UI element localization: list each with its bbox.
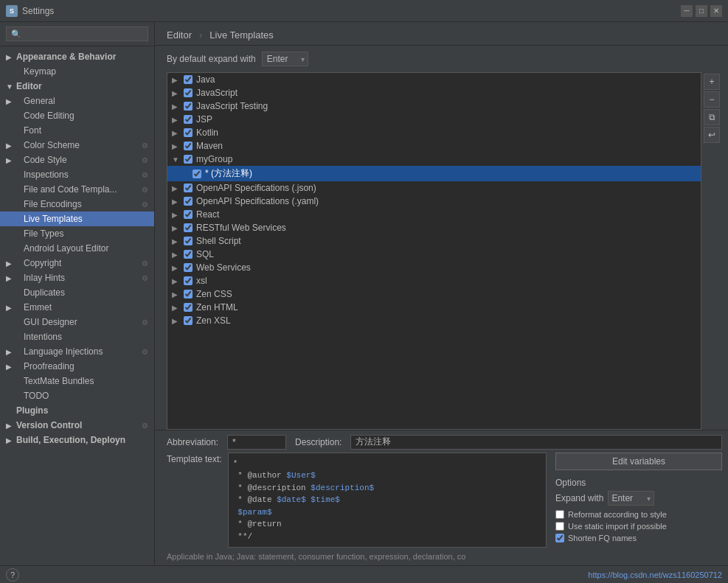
list-item[interactable]: ▶ SQL <box>167 248 701 261</box>
list-item[interactable]: ▶ RESTful Web Services <box>167 221 701 234</box>
list-item[interactable]: ▶ Kotlin <box>167 126 701 139</box>
sidebar-item-editor[interactable]: ▼ Editor <box>0 79 154 94</box>
search-input[interactable] <box>6 27 148 41</box>
sidebar-item-version-control[interactable]: ▶ Version Control ⚙ <box>0 418 154 433</box>
sidebar-item-language-injections[interactable]: ▶ Language Injections ⚙ <box>0 344 154 359</box>
arrow-icon: ▶ <box>6 436 13 444</box>
item-checkbox[interactable] <box>184 263 193 272</box>
sidebar-item-label: Editor <box>16 81 42 91</box>
description-label: Description: <box>295 437 342 447</box>
item-checkbox[interactable] <box>184 303 193 312</box>
item-checkbox[interactable] <box>184 197 193 206</box>
list-item[interactable]: ▶ React <box>167 208 701 221</box>
sidebar-search-area <box>0 22 154 46</box>
list-item[interactable]: ▶ Web Services <box>167 261 701 274</box>
item-checkbox[interactable] <box>184 128 193 137</box>
list-item[interactable]: ▶ Zen CSS <box>167 287 701 301</box>
item-checkbox[interactable] <box>184 210 193 219</box>
list-item[interactable]: ▶ xsl <box>167 274 701 287</box>
item-checkbox[interactable] <box>184 115 193 124</box>
sidebar-item-file-templates[interactable]: File and Code Templa... ⚙ <box>0 182 154 197</box>
sidebar-item-gui-designer[interactable]: GUI Designer ⚙ <box>0 315 154 329</box>
sidebar-item-inlay-hints[interactable]: ▶ Inlay Hints ⚙ <box>0 270 154 285</box>
description-input[interactable] <box>350 435 722 450</box>
reformat-checkbox[interactable] <box>555 510 564 519</box>
maximize-button[interactable]: □ <box>696 5 707 17</box>
options-expand-select[interactable]: Enter Tab Space Default <box>608 491 654 506</box>
sidebar-item-file-types[interactable]: File Types <box>0 226 154 241</box>
item-checkbox[interactable] <box>184 250 193 259</box>
list-item[interactable]: ▶ JavaScript Testing <box>167 100 701 113</box>
arrow-icon: ▶ <box>6 53 13 61</box>
list-item[interactable]: ▶ OpenAPI Specifications (.json) <box>167 181 701 195</box>
settings-icon: ⚙ <box>142 156 148 164</box>
sidebar-item-inspections[interactable]: Inspections ⚙ <box>0 167 154 182</box>
list-item[interactable]: ▶ Maven <box>167 139 701 153</box>
sidebar-item-general[interactable]: ▶ General <box>0 94 154 108</box>
arrow-icon: ▶ <box>6 348 13 356</box>
sidebar-item-duplicates[interactable]: Duplicates <box>0 285 154 300</box>
item-label: * (方法注释) <box>205 167 252 180</box>
minimize-button[interactable]: ─ <box>681 5 693 17</box>
sidebar-item-appearance[interactable]: ▶ Appearance & Behavior <box>0 49 154 64</box>
item-checkbox[interactable] <box>184 75 193 84</box>
item-checkbox[interactable] <box>184 102 193 111</box>
sidebar-item-android-layout[interactable]: Android Layout Editor <box>0 241 154 256</box>
list-item[interactable]: ▶ JavaScript <box>167 86 701 100</box>
item-checkbox[interactable] <box>193 170 201 178</box>
item-checkbox[interactable] <box>184 237 193 245</box>
template-list-wrapper: ▶ Java ▶ JavaScript ▶ JavaScript <box>167 72 701 430</box>
sidebar-item-keymap[interactable]: Keymap <box>0 64 154 79</box>
copy-button[interactable]: ⧉ <box>704 109 720 125</box>
list-item[interactable]: ▶ Java <box>167 73 701 86</box>
expand-with-select[interactable]: Enter Tab Space <box>262 52 308 66</box>
list-item[interactable]: ▶ JSP <box>167 113 701 126</box>
revert-button[interactable]: ↩ <box>704 127 720 143</box>
sidebar-item-todo[interactable]: TODO <box>0 388 154 403</box>
list-item[interactable]: ▶ OpenAPI Specifications (.yaml) <box>167 195 701 208</box>
static-import-checkbox[interactable] <box>555 522 564 531</box>
item-checkbox[interactable] <box>184 290 193 299</box>
edit-variables-button[interactable]: Edit variables <box>555 453 722 470</box>
sidebar-item-label: Build, Execution, Deployn <box>16 435 125 445</box>
sidebar-item-code-style[interactable]: ▶ Code Style ⚙ <box>0 153 154 167</box>
template-editor[interactable]: * * @author $User$ * @description $descr… <box>228 453 547 548</box>
item-checkbox[interactable] <box>184 223 193 232</box>
item-checkbox[interactable] <box>184 276 193 285</box>
abbreviation-input[interactable] <box>227 435 286 450</box>
sidebar-item-file-encodings[interactable]: File Encodings ⚙ <box>0 197 154 212</box>
window-title: Settings <box>22 6 681 16</box>
sidebar-item-copyright[interactable]: ▶ Copyright ⚙ <box>0 256 154 270</box>
sidebar-item-color-scheme[interactable]: ▶ Color Scheme ⚙ <box>0 138 154 153</box>
list-item-selected[interactable]: * (方法注释) <box>167 166 701 181</box>
item-label: RESTful Web Services <box>196 223 286 233</box>
sidebar-item-code-editing[interactable]: Code Editing <box>0 108 154 123</box>
item-checkbox[interactable] <box>184 316 193 325</box>
item-checkbox[interactable] <box>184 184 193 192</box>
list-item[interactable]: ▶ Zen XSL <box>167 314 701 327</box>
item-checkbox[interactable] <box>184 155 193 164</box>
template-list[interactable]: ▶ Java ▶ JavaScript ▶ JavaScript <box>167 72 701 430</box>
sidebar-item-proofreading[interactable]: ▶ Proofreading <box>0 359 154 374</box>
help-button[interactable]: ? <box>6 568 19 582</box>
list-item[interactable]: ▼ myGroup <box>167 153 701 166</box>
close-button[interactable]: ✕ <box>710 5 722 17</box>
sidebar-item-label: Live Templates <box>24 214 83 224</box>
option-row-reformat: Reformat according to style <box>555 510 722 519</box>
sidebar-item-textmate[interactable]: TextMate Bundles <box>0 374 154 388</box>
list-action-buttons: + − ⧉ ↩ <box>701 72 722 430</box>
list-item[interactable]: ▶ Zen HTML <box>167 301 701 314</box>
sidebar-item-build[interactable]: ▶ Build, Execution, Deployn <box>0 433 154 447</box>
sidebar-item-intentions[interactable]: Intentions <box>0 329 154 344</box>
sidebar-item-font[interactable]: Font <box>0 123 154 138</box>
sidebar-item-emmet[interactable]: ▶ Emmet <box>0 300 154 315</box>
item-checkbox[interactable] <box>184 142 193 150</box>
settings-icon: ⚙ <box>142 171 148 179</box>
shorten-fq-checkbox[interactable] <box>555 534 564 542</box>
add-button[interactable]: + <box>704 74 720 90</box>
sidebar-item-live-templates[interactable]: Live Templates <box>0 212 154 226</box>
list-item[interactable]: ▶ Shell Script <box>167 234 701 248</box>
sidebar-item-plugins[interactable]: Plugins <box>0 403 154 418</box>
item-checkbox[interactable] <box>184 88 193 97</box>
remove-button[interactable]: − <box>704 91 720 108</box>
